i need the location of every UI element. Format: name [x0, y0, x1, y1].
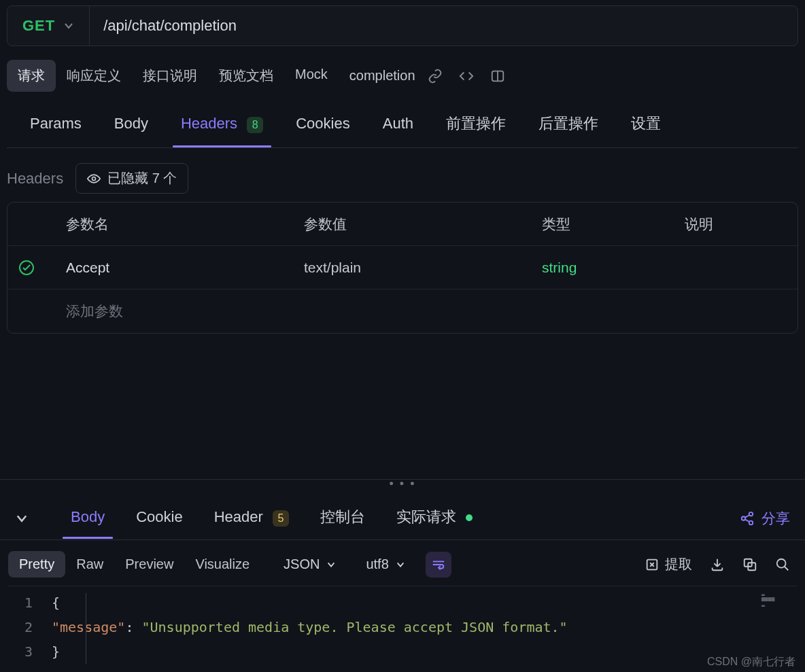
encoding-select[interactable]: utf8	[359, 552, 411, 576]
subtab-response-def[interactable]: 响应定义	[56, 60, 132, 92]
share-label: 分享	[761, 509, 790, 528]
watermark: CSDN @南七行者	[707, 655, 795, 669]
subtab-preview-doc[interactable]: 预览文档	[208, 60, 284, 92]
subtab-desc[interactable]: 接口说明	[132, 60, 208, 92]
header-value[interactable]: text/plain	[304, 260, 542, 276]
tab-cookies[interactable]: Cookies	[296, 104, 349, 146]
headers-count-badge: 8	[247, 117, 263, 133]
split-panel-icon[interactable]	[486, 65, 509, 88]
table-header-row: 参数名 参数值 类型 说明	[7, 202, 798, 246]
tab-auth[interactable]: Auth	[383, 104, 413, 146]
response-toolbar: Pretty Raw Preview Visualize JSON utf8 提…	[0, 540, 805, 586]
resp-tab-header[interactable]: Header 5	[214, 499, 289, 539]
svg-line-14	[785, 566, 789, 570]
svg-point-4	[749, 512, 753, 516]
subtab-bar: 请求 响应定义 接口说明 预览文档 Mock completion	[0, 60, 805, 99]
tab-pre-request[interactable]: 前置操作	[446, 103, 506, 147]
svg-line-7	[745, 515, 749, 518]
http-method-label: GET	[22, 17, 55, 35]
format-label: JSON	[284, 556, 320, 572]
collapse-icon[interactable]	[15, 512, 29, 525]
row-enabled-check-icon[interactable]	[18, 260, 66, 276]
resp-header-count-badge: 5	[273, 510, 289, 527]
col-type: 类型	[542, 215, 685, 234]
svg-point-2	[92, 177, 96, 180]
add-param-placeholder: 添加参数	[66, 302, 304, 321]
resp-tab-actual[interactable]: 实际请求	[396, 497, 473, 540]
headers-section-title: Headers	[7, 170, 63, 188]
resp-tab-actual-label: 实际请求	[396, 508, 456, 525]
col-name: 参数名	[66, 215, 304, 234]
view-mode-raw[interactable]: Raw	[65, 551, 114, 578]
table-row[interactable]: Accept text/plain string	[7, 246, 798, 289]
wrap-toggle-icon[interactable]	[426, 552, 451, 578]
copy-icon[interactable]	[742, 555, 757, 573]
response-tools: 提取	[645, 555, 790, 573]
subtab-group: 请求 响应定义 接口说明 预览文档 Mock	[7, 60, 339, 92]
chevron-down-icon	[396, 560, 405, 569]
panel-drag-handle[interactable]: • • •	[0, 480, 805, 488]
extract-button[interactable]: 提取	[645, 555, 692, 573]
url-input[interactable]	[90, 6, 798, 46]
header-name[interactable]: Accept	[66, 260, 304, 276]
subtab-request[interactable]: 请求	[7, 60, 56, 92]
view-mode-preview[interactable]: Preview	[114, 551, 184, 578]
response-tabs: Body Cookie Header 5 控制台 实际请求 分享	[0, 488, 805, 540]
response-body-code[interactable]: ▂▅▅▅▅▂ 1{2 "message": "Unsupported media…	[8, 586, 797, 672]
format-select[interactable]: JSON	[277, 552, 343, 576]
response-panel: • • • Body Cookie Header 5 控制台 实际请求 分享 P…	[0, 479, 805, 672]
resp-tab-body[interactable]: Body	[71, 499, 105, 538]
view-mode-pretty[interactable]: Pretty	[8, 551, 65, 578]
svg-point-6	[749, 521, 753, 525]
chevron-down-icon	[326, 560, 336, 569]
tab-post-request[interactable]: 后置操作	[538, 103, 598, 147]
tab-settings[interactable]: 设置	[631, 103, 661, 147]
svg-point-5	[742, 516, 746, 520]
hidden-headers-label: 已隐藏 7 个	[107, 169, 177, 188]
tab-headers-label: Headers	[181, 115, 237, 132]
resp-tab-console[interactable]: 控制台	[320, 497, 365, 540]
extract-label: 提取	[665, 555, 692, 573]
request-line: GET	[7, 5, 798, 46]
minimap: ▂▅▅▅▅▂	[761, 590, 782, 607]
link-icon[interactable]	[424, 65, 447, 88]
eye-icon	[87, 172, 101, 185]
download-icon[interactable]	[710, 555, 725, 573]
request-tabs: Params Body Headers 8 Cookies Auth 前置操作 …	[7, 99, 798, 148]
add-param-row[interactable]: 添加参数	[7, 289, 798, 333]
status-dot-icon	[466, 514, 473, 521]
header-type[interactable]: string	[542, 260, 685, 276]
tab-headers[interactable]: Headers 8	[181, 104, 263, 147]
encoding-label: utf8	[366, 556, 388, 572]
resp-tab-header-label: Header	[214, 508, 263, 525]
col-value: 参数值	[304, 215, 542, 234]
breadcrumb: completion	[349, 68, 415, 84]
share-button[interactable]: 分享	[740, 509, 790, 528]
svg-line-8	[745, 519, 749, 522]
resp-tab-cookie[interactable]: Cookie	[136, 499, 182, 538]
headers-table: 参数名 参数值 类型 说明 Accept text/plain string 添…	[7, 202, 798, 334]
tab-params[interactable]: Params	[30, 104, 82, 146]
hidden-headers-toggle[interactable]: 已隐藏 7 个	[75, 163, 188, 194]
share-icon	[740, 511, 755, 526]
code-icon[interactable]	[455, 65, 478, 88]
view-mode-visualize[interactable]: Visualize	[184, 551, 260, 578]
http-method-select[interactable]: GET	[7, 6, 90, 46]
indent-guide	[86, 593, 86, 664]
svg-point-13	[777, 559, 786, 567]
subtab-mock[interactable]: Mock	[284, 60, 339, 92]
headers-section-bar: Headers 已隐藏 7 个	[0, 148, 805, 202]
chevron-down-icon	[63, 20, 74, 31]
tab-body[interactable]: Body	[114, 104, 148, 146]
search-icon[interactable]	[775, 555, 790, 573]
col-desc: 说明	[685, 215, 787, 234]
view-mode-group: Pretty Raw Preview Visualize	[8, 551, 260, 578]
